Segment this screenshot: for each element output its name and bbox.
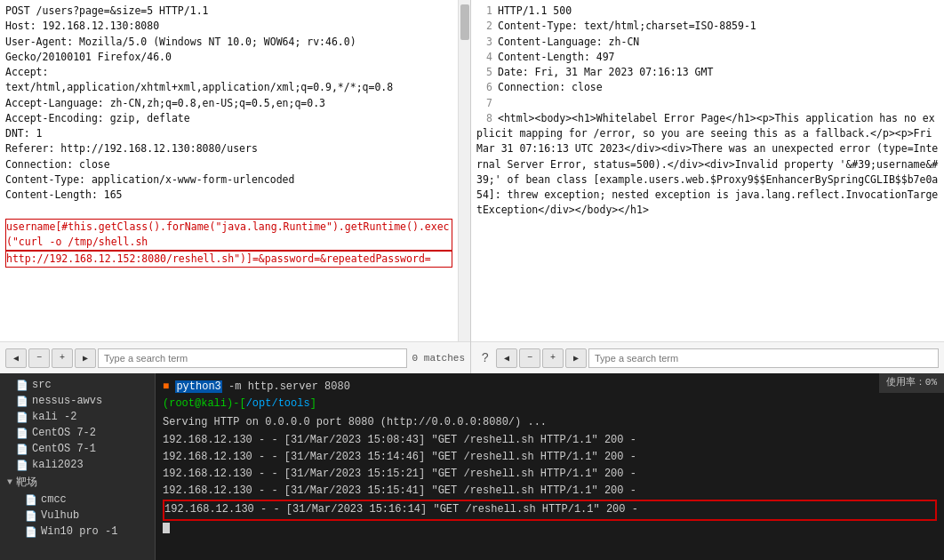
left-scrollbar-thumb[interactable] <box>460 4 469 40</box>
file-icon: 📄 <box>16 428 28 439</box>
sidebar-item-label: Vulhub <box>41 509 79 522</box>
sidebar-item-label: kali -2 <box>32 411 76 423</box>
sidebar: 📄 src 📄 nessus-awvs 📄 kali -2 📄 CentOS 7… <box>0 373 156 560</box>
sidebar-item[interactable]: 📄 src <box>0 377 155 393</box>
terminal-hash: ■ <box>163 380 175 393</box>
right-search-input[interactable] <box>588 348 939 368</box>
sidebar-item-label: CentOS 7-1 <box>32 443 96 455</box>
file-icon: 📄 <box>16 396 28 407</box>
sidebar-item[interactable]: 📄 kali2023 <box>0 457 155 473</box>
file-icon: 📄 <box>25 526 37 538</box>
file-icon: 📄 <box>25 510 37 522</box>
terminal-cursor <box>163 523 170 533</box>
left-minus-button[interactable]: − <box>28 348 50 368</box>
terminal[interactable]: 使用率：0% ■ python3 -m http.server 8080 (ro… <box>156 373 944 560</box>
terminal-prompt-dir: (root@kali)-[/opt/tools] <box>163 396 937 412</box>
left-search-input[interactable] <box>98 348 407 368</box>
terminal-user: (root@kali)-[/opt/tools] <box>163 397 316 410</box>
left-request-content: POST /users?page=&size=5 HTTP/1.1 Host: … <box>0 0 458 271</box>
sidebar-item[interactable]: 📄 CentOS 7-2 <box>0 425 155 441</box>
terminal-log-highlighted: 192.168.12.130 - - [31/Mar/2023 15:16:14… <box>163 500 937 520</box>
left-content-area: POST /users?page=&size=5 HTTP/1.1 Host: … <box>0 0 458 341</box>
sidebar-group-label: 靶场 <box>16 475 37 490</box>
right-toolbar: ? ◀ − + ▶ <box>471 341 944 373</box>
right-response-content: 1HTTP/1.1 500 2Content-Type: text/html;c… <box>471 0 944 341</box>
file-icon: 📄 <box>25 494 37 506</box>
left-plus-button[interactable]: + <box>52 348 73 368</box>
sidebar-item-label: Win10 pro -1 <box>41 525 117 538</box>
left-match-count: 0 matches <box>412 353 465 364</box>
right-minus-button[interactable]: − <box>519 348 540 368</box>
sidebar-item[interactable]: 📄 Vulhub <box>0 508 155 524</box>
sidebar-item[interactable]: 📄 Win10 pro -1 <box>0 524 155 540</box>
terminal-serving-line: Serving HTTP on 0.0.0.0 port 8080 (http:… <box>163 414 937 431</box>
right-response-text: 1HTTP/1.1 500 2Content-Type: text/html;c… <box>476 4 939 219</box>
sidebar-item[interactable]: 📄 kali -2 <box>0 409 155 425</box>
right-pane: 1HTTP/1.1 500 2Content-Type: text/html;c… <box>471 0 944 373</box>
terminal-log-line: 192.168.12.130 - - [31/Mar/2023 15:15:21… <box>163 466 937 483</box>
left-prev-button[interactable]: ◀ <box>5 348 27 368</box>
terminal-cmd-flag: -m <box>222 380 248 393</box>
terminal-cmd-rest: http.server 8080 <box>248 380 350 393</box>
terminal-log-line: 192.168.12.130 - - [31/Mar/2023 15:14:46… <box>163 449 937 466</box>
sidebar-item-label: nessus-awvs <box>32 395 102 407</box>
left-request-text: POST /users?page=&size=5 HTTP/1.1 Host: … <box>5 4 452 268</box>
sidebar-item-label: cmcc <box>41 493 67 506</box>
sidebar-item[interactable]: 📄 nessus-awvs <box>0 393 155 409</box>
file-icon: 📄 <box>16 460 28 471</box>
group-arrow-icon: ▼ <box>7 477 12 487</box>
terminal-prompt-line: ■ python3 -m http.server 8080 <box>163 379 937 396</box>
left-pane-scroll: POST /users?page=&size=5 HTTP/1.1 Host: … <box>0 0 470 341</box>
terminal-cursor-line <box>163 521 937 538</box>
file-icon: 📄 <box>16 380 28 391</box>
right-next-button[interactable]: ▶ <box>565 348 587 368</box>
terminal-log-lines: 192.168.12.130 - - [31/Mar/2023 15:08:43… <box>163 432 937 521</box>
sidebar-item-label: CentOS 7-2 <box>32 427 96 439</box>
usage-bar: 使用率：0% <box>879 373 944 393</box>
left-scrollbar[interactable] <box>458 0 470 341</box>
right-help-icon[interactable]: ? <box>476 351 494 365</box>
sidebar-item[interactable]: 📄 cmcc <box>0 492 155 508</box>
right-prev-button[interactable]: ◀ <box>496 348 517 368</box>
left-toolbar: ◀ − + ▶ 0 matches <box>0 341 470 373</box>
file-icon: 📄 <box>16 444 28 455</box>
terminal-log-line: 192.168.12.130 - - [31/Mar/2023 15:08:43… <box>163 432 937 449</box>
terminal-log-line: 192.168.12.130 - - [31/Mar/2023 15:15:41… <box>163 483 937 500</box>
sidebar-items-container: 📄 src 📄 nessus-awvs 📄 kali -2 📄 CentOS 7… <box>0 377 155 540</box>
file-icon: 📄 <box>16 412 28 423</box>
sidebar-item-label: src <box>32 379 52 391</box>
right-plus-button[interactable]: + <box>542 348 564 368</box>
bottom-section: 📄 src 📄 nessus-awvs 📄 kali -2 📄 CentOS 7… <box>0 373 944 560</box>
left-next-button[interactable]: ▶ <box>75 348 96 368</box>
top-section: POST /users?page=&size=5 HTTP/1.1 Host: … <box>0 0 944 373</box>
sidebar-item-label: kali2023 <box>32 459 84 471</box>
left-pane: POST /users?page=&size=5 HTTP/1.1 Host: … <box>0 0 471 373</box>
sidebar-group[interactable]: ▼ 靶场 <box>0 473 155 492</box>
terminal-cmd-python: python3 <box>175 380 221 393</box>
sidebar-item[interactable]: 📄 CentOS 7-1 <box>0 441 155 457</box>
